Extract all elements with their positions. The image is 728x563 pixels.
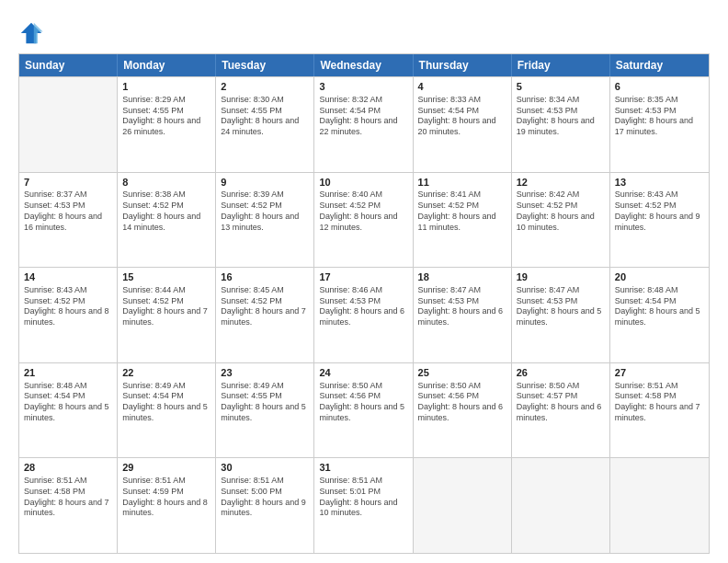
cal-cell-4-3: 23Sunrise: 8:49 AM Sunset: 4:55 PM Dayli… (216, 363, 314, 458)
cal-cell-3-3: 16Sunrise: 8:45 AM Sunset: 4:52 PM Dayli… (216, 268, 314, 362)
cal-cell-3-4: 17Sunrise: 8:46 AM Sunset: 4:53 PM Dayli… (314, 268, 413, 362)
day-info: Sunrise: 8:51 AM Sunset: 4:58 PM Dayligh… (24, 476, 112, 519)
day-info: Sunrise: 8:47 AM Sunset: 4:53 PM Dayligh… (418, 285, 506, 328)
cal-cell-3-6: 19Sunrise: 8:47 AM Sunset: 4:53 PM Dayli… (512, 268, 610, 362)
cal-cell-5-5 (414, 458, 512, 553)
cal-cell-2-2: 8Sunrise: 8:38 AM Sunset: 4:52 PM Daylig… (118, 173, 216, 268)
cal-cell-4-7: 27Sunrise: 8:51 AM Sunset: 4:58 PM Dayli… (610, 363, 709, 458)
week-row-4: 21Sunrise: 8:48 AM Sunset: 4:54 PM Dayli… (19, 362, 709, 458)
cal-cell-2-4: 10Sunrise: 8:40 AM Sunset: 4:52 PM Dayli… (314, 173, 413, 268)
day-number: 15 (122, 270, 210, 284)
day-info: Sunrise: 8:50 AM Sunset: 4:57 PM Dayligh… (517, 381, 605, 424)
day-number: 11 (418, 176, 506, 190)
day-number: 25 (418, 366, 506, 380)
cal-cell-1-4: 3Sunrise: 8:32 AM Sunset: 4:54 PM Daylig… (314, 77, 413, 172)
day-number: 14 (24, 270, 112, 284)
day-number: 12 (517, 176, 605, 190)
cal-cell-1-2: 1Sunrise: 8:29 AM Sunset: 4:55 PM Daylig… (118, 77, 216, 172)
header-day-thursday: Thursday (414, 54, 512, 76)
cal-cell-1-5: 4Sunrise: 8:33 AM Sunset: 4:54 PM Daylig… (414, 77, 512, 172)
page: SundayMondayTuesdayWednesdayThursdayFrid… (0, 0, 728, 563)
cal-cell-2-3: 9Sunrise: 8:39 AM Sunset: 4:52 PM Daylig… (216, 173, 314, 268)
calendar-header: SundayMondayTuesdayWednesdayThursdayFrid… (19, 54, 709, 76)
day-number: 8 (122, 176, 210, 190)
day-number: 10 (319, 176, 407, 190)
day-number: 23 (221, 366, 309, 380)
cal-cell-3-2: 15Sunrise: 8:44 AM Sunset: 4:52 PM Dayli… (118, 268, 216, 362)
cal-cell-4-6: 26Sunrise: 8:50 AM Sunset: 4:57 PM Dayli… (512, 363, 610, 458)
cal-cell-4-1: 21Sunrise: 8:48 AM Sunset: 4:54 PM Dayli… (19, 363, 118, 458)
day-number: 18 (418, 270, 506, 284)
svg-marker-0 (21, 23, 41, 43)
cal-cell-5-6 (512, 458, 610, 553)
header-day-friday: Friday (512, 54, 610, 76)
day-number: 22 (122, 366, 210, 380)
cal-cell-1-6: 5Sunrise: 8:34 AM Sunset: 4:53 PM Daylig… (512, 77, 610, 172)
day-info: Sunrise: 8:32 AM Sunset: 4:54 PM Dayligh… (319, 95, 407, 138)
day-info: Sunrise: 8:48 AM Sunset: 4:54 PM Dayligh… (615, 285, 704, 328)
day-info: Sunrise: 8:45 AM Sunset: 4:52 PM Dayligh… (221, 285, 309, 328)
day-info: Sunrise: 8:48 AM Sunset: 4:54 PM Dayligh… (24, 381, 112, 424)
day-info: Sunrise: 8:39 AM Sunset: 4:52 PM Dayligh… (221, 190, 309, 233)
day-number: 31 (319, 461, 407, 475)
cal-cell-4-2: 22Sunrise: 8:49 AM Sunset: 4:54 PM Dayli… (118, 363, 216, 458)
cal-cell-5-3: 30Sunrise: 8:51 AM Sunset: 5:00 PM Dayli… (216, 458, 314, 553)
cal-cell-3-1: 14Sunrise: 8:43 AM Sunset: 4:52 PM Dayli… (19, 268, 118, 362)
week-row-5: 28Sunrise: 8:51 AM Sunset: 4:58 PM Dayli… (19, 457, 709, 553)
header-day-saturday: Saturday (610, 54, 709, 76)
day-info: Sunrise: 8:51 AM Sunset: 4:59 PM Dayligh… (122, 476, 210, 519)
day-info: Sunrise: 8:42 AM Sunset: 4:52 PM Dayligh… (517, 190, 605, 233)
day-info: Sunrise: 8:33 AM Sunset: 4:54 PM Dayligh… (418, 95, 506, 138)
day-number: 6 (615, 80, 704, 94)
day-number: 13 (615, 176, 704, 190)
cal-cell-1-7: 6Sunrise: 8:35 AM Sunset: 4:53 PM Daylig… (610, 77, 709, 172)
day-info: Sunrise: 8:37 AM Sunset: 4:53 PM Dayligh… (24, 190, 112, 233)
day-number: 24 (319, 366, 407, 380)
day-info: Sunrise: 8:40 AM Sunset: 4:52 PM Dayligh… (319, 190, 407, 233)
day-info: Sunrise: 8:49 AM Sunset: 4:55 PM Dayligh… (221, 381, 309, 424)
week-row-1: 1Sunrise: 8:29 AM Sunset: 4:55 PM Daylig… (19, 76, 709, 172)
cal-cell-5-1: 28Sunrise: 8:51 AM Sunset: 4:58 PM Dayli… (19, 458, 118, 553)
day-number: 21 (24, 366, 112, 380)
day-number: 4 (418, 80, 506, 94)
day-info: Sunrise: 8:43 AM Sunset: 4:52 PM Dayligh… (615, 190, 704, 233)
cal-cell-1-1 (19, 77, 118, 172)
day-info: Sunrise: 8:41 AM Sunset: 4:52 PM Dayligh… (418, 190, 506, 233)
header-day-monday: Monday (118, 54, 216, 76)
header (18, 17, 710, 46)
day-info: Sunrise: 8:50 AM Sunset: 4:56 PM Dayligh… (319, 381, 407, 424)
day-number: 9 (221, 176, 309, 190)
header-day-wednesday: Wednesday (314, 54, 413, 76)
calendar: SundayMondayTuesdayWednesdayThursdayFrid… (18, 53, 710, 554)
day-info: Sunrise: 8:51 AM Sunset: 5:01 PM Dayligh… (319, 476, 407, 519)
day-info: Sunrise: 8:35 AM Sunset: 4:53 PM Dayligh… (615, 95, 704, 138)
day-number: 1 (122, 80, 210, 94)
day-number: 26 (517, 366, 605, 380)
cal-cell-5-2: 29Sunrise: 8:51 AM Sunset: 4:59 PM Dayli… (118, 458, 216, 553)
day-number: 19 (517, 270, 605, 284)
cal-cell-5-7 (610, 458, 709, 553)
day-info: Sunrise: 8:29 AM Sunset: 4:55 PM Dayligh… (122, 95, 210, 138)
cal-cell-2-1: 7Sunrise: 8:37 AM Sunset: 4:53 PM Daylig… (19, 173, 118, 268)
header-day-tuesday: Tuesday (216, 54, 314, 76)
day-number: 29 (122, 461, 210, 475)
day-number: 20 (615, 270, 704, 284)
cal-cell-5-4: 31Sunrise: 8:51 AM Sunset: 5:01 PM Dayli… (314, 458, 413, 553)
day-number: 5 (517, 80, 605, 94)
day-number: 17 (319, 270, 407, 284)
cal-cell-2-7: 13Sunrise: 8:43 AM Sunset: 4:52 PM Dayli… (610, 173, 709, 268)
cal-cell-1-3: 2Sunrise: 8:30 AM Sunset: 4:55 PM Daylig… (216, 77, 314, 172)
calendar-body: 1Sunrise: 8:29 AM Sunset: 4:55 PM Daylig… (19, 76, 709, 553)
day-info: Sunrise: 8:49 AM Sunset: 4:54 PM Dayligh… (122, 381, 210, 424)
day-number: 30 (221, 461, 309, 475)
day-info: Sunrise: 8:34 AM Sunset: 4:53 PM Dayligh… (517, 95, 605, 138)
day-info: Sunrise: 8:51 AM Sunset: 4:58 PM Dayligh… (615, 381, 704, 424)
week-row-3: 14Sunrise: 8:43 AM Sunset: 4:52 PM Dayli… (19, 267, 709, 362)
cal-cell-3-7: 20Sunrise: 8:48 AM Sunset: 4:54 PM Dayli… (610, 268, 709, 362)
day-info: Sunrise: 8:30 AM Sunset: 4:55 PM Dayligh… (221, 95, 309, 138)
day-number: 2 (221, 80, 309, 94)
day-info: Sunrise: 8:46 AM Sunset: 4:53 PM Dayligh… (319, 285, 407, 328)
day-info: Sunrise: 8:51 AM Sunset: 5:00 PM Dayligh… (221, 476, 309, 519)
day-info: Sunrise: 8:50 AM Sunset: 4:56 PM Dayligh… (418, 381, 506, 424)
day-info: Sunrise: 8:47 AM Sunset: 4:53 PM Dayligh… (517, 285, 605, 328)
